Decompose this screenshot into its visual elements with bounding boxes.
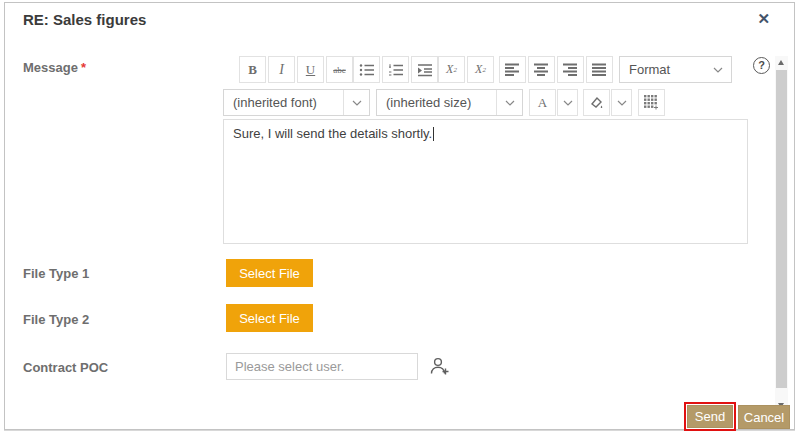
message-label: Message* bbox=[23, 60, 86, 75]
reply-dialog: RE: Sales figures ✕ Message* B I U abc bbox=[4, 2, 795, 430]
italic-button[interactable]: I bbox=[268, 56, 295, 83]
numbered-list-icon bbox=[388, 63, 404, 77]
align-justify-button[interactable] bbox=[586, 56, 613, 83]
bold-button[interactable]: B bbox=[239, 56, 266, 83]
cancel-button[interactable]: Cancel bbox=[738, 405, 790, 429]
font-color-chevron[interactable] bbox=[557, 89, 578, 116]
person-plus-icon bbox=[429, 363, 450, 380]
toolbar-group-lists bbox=[353, 56, 438, 83]
scrollbar[interactable] bbox=[775, 56, 788, 412]
font-family-dropdown[interactable]: (inherited font) bbox=[223, 89, 370, 116]
numbered-list-button[interactable] bbox=[382, 56, 409, 83]
highlight-color-button[interactable] bbox=[583, 89, 610, 116]
chevron-down-icon bbox=[705, 57, 731, 82]
align-left-button[interactable] bbox=[499, 56, 526, 83]
contract-poc-label: Contract POC bbox=[23, 360, 108, 375]
align-left-icon bbox=[505, 63, 520, 76]
close-icon[interactable]: ✕ bbox=[757, 10, 770, 28]
font-size-dropdown[interactable]: (inherited size) bbox=[376, 89, 523, 116]
superscript-button[interactable]: X2 bbox=[467, 56, 494, 83]
send-button[interactable]: Send bbox=[687, 405, 733, 428]
format-dropdown[interactable]: Format bbox=[619, 56, 732, 83]
required-asterisk: * bbox=[81, 60, 86, 75]
superscript-mark: 2 bbox=[482, 66, 486, 74]
indent-button[interactable] bbox=[411, 56, 438, 83]
insert-table-button[interactable] bbox=[638, 89, 665, 116]
toolbar-group-text-style: B I U abc bbox=[239, 56, 353, 83]
toolbar-group-align bbox=[499, 56, 613, 83]
underline-button[interactable]: U bbox=[297, 56, 324, 83]
scroll-up-icon[interactable] bbox=[778, 60, 784, 65]
font-size-value: (inherited size) bbox=[377, 95, 496, 110]
message-editor[interactable]: Sure, I will send the details shortly. bbox=[223, 119, 748, 244]
table-grid-icon bbox=[644, 95, 659, 110]
chevron-down-icon bbox=[343, 90, 369, 115]
align-right-icon bbox=[563, 63, 578, 76]
file-type-2-label: File Type 2 bbox=[23, 312, 89, 327]
toolbar-group-table bbox=[638, 89, 665, 116]
align-center-button[interactable] bbox=[528, 56, 555, 83]
indent-icon bbox=[417, 63, 433, 77]
bullet-list-icon bbox=[359, 63, 375, 77]
select-file-1-button[interactable]: Select File bbox=[226, 259, 313, 287]
highlight-color-chevron[interactable] bbox=[611, 89, 632, 116]
file-type-1-label: File Type 1 bbox=[23, 266, 89, 281]
subscript-button[interactable]: X2 bbox=[438, 56, 465, 83]
align-right-button[interactable] bbox=[557, 56, 584, 83]
paint-bucket-icon bbox=[589, 96, 604, 110]
message-text: Sure, I will send the details shortly. bbox=[233, 126, 432, 141]
subscript-base: X bbox=[446, 62, 453, 77]
message-label-text: Message bbox=[23, 60, 78, 75]
align-center-icon bbox=[534, 63, 549, 76]
format-dropdown-value: Format bbox=[620, 62, 705, 77]
subscript-mark: 2 bbox=[453, 66, 457, 74]
superscript-base: X bbox=[475, 62, 482, 77]
help-icon[interactable]: ? bbox=[753, 57, 770, 74]
align-justify-icon bbox=[592, 63, 607, 76]
font-color-split-button: A bbox=[529, 89, 578, 116]
add-user-button[interactable] bbox=[429, 356, 450, 381]
strikethrough-button[interactable]: abc bbox=[326, 56, 353, 83]
contract-poc-input[interactable] bbox=[226, 353, 418, 380]
font-color-button[interactable]: A bbox=[529, 89, 556, 116]
dialog-title: RE: Sales figures bbox=[23, 11, 146, 28]
text-caret bbox=[433, 127, 434, 141]
font-family-value: (inherited font) bbox=[224, 95, 343, 110]
bullet-list-button[interactable] bbox=[353, 56, 380, 83]
toolbar-group-script: X2 X2 bbox=[438, 56, 494, 83]
chevron-down-icon bbox=[496, 90, 522, 115]
select-file-2-button[interactable]: Select File bbox=[226, 304, 313, 332]
scrollbar-thumb[interactable] bbox=[776, 70, 787, 388]
send-button-highlight: Send bbox=[684, 402, 736, 431]
highlight-split-button bbox=[583, 89, 632, 116]
